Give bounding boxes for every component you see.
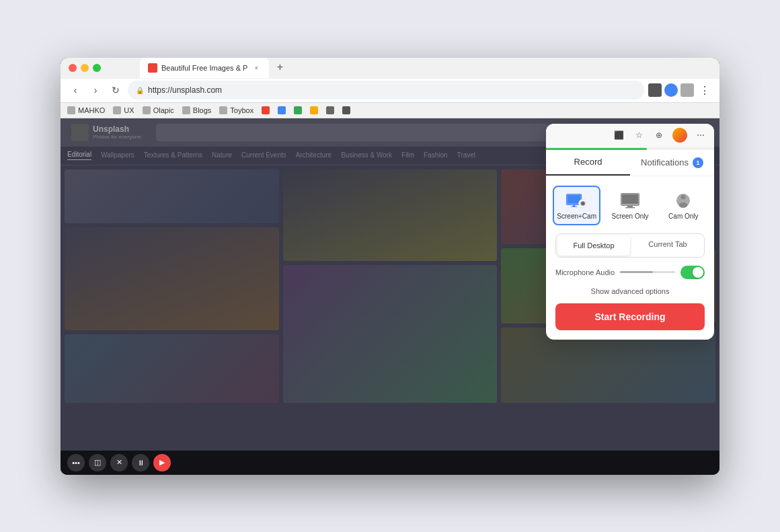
cat-editorial[interactable]: Editorial: [67, 151, 91, 160]
bookmark-gmail[interactable]: [262, 106, 270, 114]
microphone-row: Microphone Audio: [546, 263, 714, 284]
bookmark-icon: [182, 106, 190, 114]
bookmarks-bar: MAHKO UX Olapic Blogs Toybox: [61, 103, 719, 118]
star-icon[interactable]: ☆: [632, 128, 646, 142]
cat-nature[interactable]: Nature: [212, 151, 232, 160]
photo-card[interactable]: [65, 227, 279, 330]
page-content: Unsplash Photos for everyone Collections…: [61, 118, 719, 475]
desktop-tab-selector: Full Desktop Current Tab: [555, 233, 705, 258]
bookmark-icon: [310, 106, 318, 114]
full-desktop-option[interactable]: Full Desktop: [557, 235, 630, 256]
url-text: https://unsplash.com: [148, 85, 222, 95]
maximize-traffic-light[interactable]: [93, 64, 101, 72]
bookmark-label: Olapic: [153, 106, 174, 114]
bookmark-icon: [278, 106, 286, 114]
toolbar-play-button[interactable]: ▶: [153, 454, 171, 471]
traffic-lights: [69, 64, 101, 72]
photo-card[interactable]: [283, 169, 498, 261]
svg-rect-12: [625, 207, 635, 208]
mic-toggle[interactable]: [680, 266, 705, 279]
mic-slider[interactable]: [620, 271, 675, 273]
bookmark-ux[interactable]: UX: [113, 106, 134, 114]
start-recording-button[interactable]: Start Recording: [555, 303, 705, 330]
toolbar-close-button[interactable]: ✕: [110, 454, 128, 471]
lock-icon: 🔒: [136, 87, 144, 94]
cat-fashion[interactable]: Fashion: [424, 151, 448, 160]
logo-text: Unsplash Photos for everyone: [93, 124, 141, 140]
address-bar[interactable]: 🔒 https://unsplash.com: [128, 81, 644, 100]
advanced-options-link[interactable]: Show advanced options: [546, 284, 714, 298]
tab-record[interactable]: Record: [546, 150, 630, 176]
bookmark-b1[interactable]: [278, 106, 286, 114]
bookmark-b5[interactable]: [342, 106, 350, 114]
current-tab-option[interactable]: Current Tab: [631, 234, 704, 254]
bookmark-b3[interactable]: [310, 106, 318, 114]
cat-textures[interactable]: Textures & Patterns: [144, 151, 202, 160]
more-options-button[interactable]: ⋮: [697, 82, 713, 98]
new-tab-button[interactable]: +: [270, 58, 289, 77]
cat-travel[interactable]: Travel: [457, 151, 475, 160]
toolbar-pause-button[interactable]: ⏸: [132, 454, 149, 471]
bookmark-label: UX: [124, 106, 134, 114]
toolbar-more-button[interactable]: •••: [67, 454, 85, 471]
tab-record-label: Record: [574, 157, 602, 167]
svg-point-14: [681, 194, 686, 199]
site-search[interactable]: [156, 124, 588, 141]
mic-slider-fill: [620, 271, 653, 273]
tab-favicon: [148, 63, 157, 73]
bookmark-b2[interactable]: [294, 106, 302, 114]
shield-icon[interactable]: ⊕: [652, 128, 666, 142]
bookmark-label: Blogs: [193, 106, 212, 114]
mode-screen-cam-label: Screen+Cam: [557, 213, 596, 220]
bookmark-icon: [113, 106, 121, 114]
title-bar: Beautiful Free Images & P × +: [61, 58, 719, 79]
mode-screen-cam[interactable]: Screen+Cam: [553, 186, 600, 225]
cat-events[interactable]: Current Events: [241, 151, 286, 160]
minimize-traffic-light[interactable]: [81, 64, 89, 72]
bookmark-toybox[interactable]: Toybox: [219, 106, 254, 114]
extension-icon-1[interactable]: [648, 83, 662, 97]
mode-selector: Screen+Cam Sc: [546, 176, 714, 231]
screen-cam-icon: [566, 191, 588, 210]
bookmark-olapic[interactable]: Olapic: [143, 106, 174, 114]
cat-film[interactable]: Film: [401, 151, 414, 160]
extension-popup: ⬛ ☆ ⊕ ⋯ Record Notifications: [546, 124, 714, 340]
cat-architecture[interactable]: Architecture: [296, 151, 332, 160]
logo-tagline: Photos for everyone: [93, 134, 141, 140]
browser-window: Beautiful Free Images & P × + ‹ › ↻ 🔒 ht…: [61, 58, 719, 475]
svg-point-15: [679, 202, 688, 208]
cam-only-icon: [672, 191, 694, 210]
popup-topbar: ⬛ ☆ ⊕ ⋯: [546, 124, 714, 148]
navigation-bar: ‹ › ↻ 🔒 https://unsplash.com ⋮: [61, 79, 719, 103]
bookmark-icon: [262, 106, 270, 114]
bookmark-b4[interactable]: [326, 106, 334, 114]
tab-notifications[interactable]: Notifications 1: [630, 150, 714, 176]
bookmark-blogs[interactable]: Blogs: [182, 106, 212, 114]
mode-cam-only[interactable]: Cam Only: [660, 186, 707, 225]
record-icon[interactable]: ⬛: [612, 128, 625, 142]
browser-tab[interactable]: Beautiful Free Images & P ×: [140, 58, 269, 78]
bookmark-icon: [326, 106, 334, 114]
forward-button[interactable]: ›: [87, 82, 104, 98]
toolbar-cam-button[interactable]: ◫: [89, 454, 106, 471]
bookmark-mahko[interactable]: MAHKO: [67, 106, 105, 114]
mode-screen-only[interactable]: Screen Only: [606, 186, 654, 225]
back-button[interactable]: ‹: [67, 82, 83, 98]
cat-business[interactable]: Business & Work: [341, 151, 392, 160]
bookmark-icon: [143, 106, 151, 114]
bottom-toolbar: ••• ◫ ✕ ⏸ ▶: [61, 451, 719, 475]
refresh-button[interactable]: ↻: [108, 82, 124, 98]
close-traffic-light[interactable]: [69, 64, 77, 72]
more-icon[interactable]: ⋯: [694, 128, 707, 142]
user-avatar[interactable]: [672, 128, 687, 143]
photo-card[interactable]: [65, 169, 279, 223]
extension-icon-2[interactable]: [664, 83, 678, 97]
tab-close-button[interactable]: ×: [251, 63, 261, 73]
extension-icon-3[interactable]: [680, 83, 694, 97]
photo-card[interactable]: [65, 334, 279, 403]
cat-wallpapers[interactable]: Wallpapers: [101, 151, 134, 160]
notification-badge: 1: [693, 157, 703, 168]
photo-card[interactable]: [283, 265, 498, 403]
bookmark-icon: [294, 106, 302, 114]
tab-notifications-label: Notifications: [641, 157, 689, 167]
